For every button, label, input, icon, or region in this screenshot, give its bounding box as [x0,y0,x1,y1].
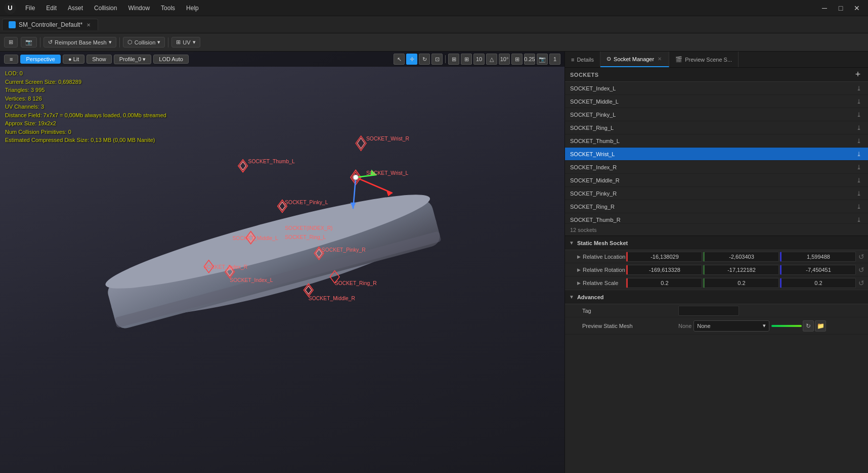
lod-button[interactable]: LOD Auto [153,55,189,64]
grid-size-button[interactable]: 10 [473,54,485,65]
socket-name-ring-l: SOCKET_Ring_L [570,125,614,131]
minimize-button[interactable]: ─ [817,3,832,14]
reimport-button[interactable]: ↺ Reimport Base Mesh ▾ [44,37,116,48]
menu-tools[interactable]: Tools [156,4,180,13]
socket-import-icon-4[interactable]: ⤓ [855,137,863,145]
camera-button[interactable]: 📷 [21,37,37,48]
tag-row: Tag [565,304,868,317]
uv-label: UV [183,39,190,45]
camera-speed-button[interactable]: 📷 [537,54,548,65]
svg-text:SOCKET_Middle_L: SOCKET_Middle_L [232,235,278,241]
uv-icon: ⊞ [176,39,181,45]
tab-preview-scene[interactable]: 🎬 Preview Scene S... [669,52,739,67]
socket-import-icon-10[interactable]: ⤓ [855,216,863,224]
relative-scale-x-input[interactable] [626,278,702,288]
show-button[interactable]: Show [86,55,112,64]
lit-label: Lit [73,56,79,62]
menu-collision[interactable]: Collision [89,4,122,13]
socket-item-middle-r[interactable]: SOCKET_Middle_R ⤓ [565,174,868,187]
main-tab[interactable]: SM_Controller_Default* ✕ [2,19,98,30]
viewport-mode-button[interactable]: ≡ [4,55,18,64]
angle-snap-button[interactable]: △ [486,54,497,65]
maximize-button[interactable]: □ [834,3,848,14]
grid-snap-button[interactable]: ⊞ [461,54,472,65]
static-mesh-socket-header[interactable]: ▼ Static Mesh Socket [565,236,868,250]
relative-rotation-reset-button[interactable]: ↺ [857,265,866,274]
titlebar-left: U File Edit Asset Collision Window Tools… [4,2,204,14]
layout-button[interactable]: ⊞ [4,37,18,48]
menu-asset[interactable]: Asset [63,4,88,13]
scale-value-button[interactable]: 0.25 [524,54,535,65]
scale-tool-button[interactable]: ⊡ [431,54,443,65]
socket-item-wrist-l[interactable]: SOCKET_Wrist_L ⤓ [565,148,868,161]
relative-rotation-y-input[interactable] [703,265,779,275]
collision-button[interactable]: ⬡ Collision ▾ [123,37,165,48]
relative-rotation-z-input[interactable] [780,265,856,275]
perspective-button[interactable]: Perspective [20,55,60,64]
details-icon: ≡ [571,57,574,63]
relative-location-reset-button[interactable]: ↺ [857,252,866,261]
socket-import-icon-9[interactable]: ⤓ [855,203,863,211]
tab-socket-manager-close[interactable]: ✕ [657,56,663,62]
preview-dropdown[interactable]: None ▾ [693,320,769,332]
scale-snap-button[interactable]: ⊞ [511,54,523,65]
move-tool-button[interactable]: ✛ [406,54,417,65]
svg-text:SOCKET_Pinky_L: SOCKET_Pinky_L [285,200,328,205]
tab-close-button[interactable]: ✕ [85,22,92,28]
preview-refresh-button[interactable]: ↻ [803,320,814,332]
profile-dropdown-icon: ▾ [143,56,146,62]
profile-button[interactable]: Profile_0 ▾ [114,55,151,64]
socket-item-pinky-l[interactable]: SOCKET_Pinky_L ⤓ [565,108,868,121]
collision-dropdown-icon: ▾ [157,39,160,45]
socket-import-icon-8[interactable]: ⤓ [855,190,863,198]
socket-import-icon-5[interactable]: ⤓ [855,150,863,158]
socket-import-icon-1[interactable]: ⤓ [855,98,863,106]
socket-item-thumb-r[interactable]: SOCKET_Thumb_R ⤓ [565,213,868,223]
svg-marker-16 [240,162,246,170]
viewport[interactable]: ≡ Perspective ● Lit Show Profile_0 ▾ LOD… [0,52,565,473]
camera-value-button[interactable]: 1 [549,54,560,65]
relative-scale-z-input[interactable] [780,278,856,288]
relative-scale-expand[interactable]: ▶ [577,280,581,286]
uv-button[interactable]: ⊞ UV ▾ [171,37,200,48]
relative-location-z-input[interactable] [780,252,856,262]
socket-import-icon-6[interactable]: ⤓ [855,163,863,171]
menu-edit[interactable]: Edit [41,4,62,13]
relative-rotation-x-input[interactable] [626,265,702,275]
socket-item-pinky-r[interactable]: SOCKET_Pinky_R ⤓ [565,187,868,200]
menu-window[interactable]: Window [123,4,155,13]
advanced-header[interactable]: ▼ Advanced [565,290,868,304]
add-socket-button[interactable]: + [853,70,863,80]
close-button[interactable]: ✕ [850,3,864,14]
socket-import-icon-2[interactable]: ⤓ [855,111,863,119]
socket-item-index-l[interactable]: SOCKET_Index_L ⤓ [565,82,868,95]
svg-line-10 [356,175,376,177]
preview-browse-button[interactable]: 📁 [815,320,826,332]
scale-value-label: 0.25 [524,56,535,62]
right-panel: ≡ Details ⊙ Socket Manager ✕ 🎬 Preview S… [565,52,868,473]
relative-rotation-expand[interactable]: ▶ [577,267,581,272]
tab-socket-manager[interactable]: ⊙ Socket Manager ✕ [600,52,669,67]
socket-item-index-r[interactable]: SOCKET_Index_R ⤓ [565,161,868,174]
socket-item-ring-r[interactable]: SOCKET_Ring_R ⤓ [565,200,868,213]
select-tool-button[interactable]: ↖ [394,54,405,65]
tab-details[interactable]: ≡ Details [565,52,600,67]
surface-snapping-button[interactable]: ⊞ [448,54,459,65]
relative-location-x-input[interactable] [626,252,702,262]
relative-location-expand[interactable]: ▶ [577,254,581,259]
menu-help[interactable]: Help [181,4,204,13]
menu-file[interactable]: File [20,4,40,13]
relative-location-y-input[interactable] [703,252,779,262]
socket-item-ring-l[interactable]: SOCKET_Ring_L ⤓ [565,121,868,134]
socket-import-icon-3[interactable]: ⤓ [855,124,863,132]
socket-item-thumb-l[interactable]: SOCKET_Thumb_L ⤓ [565,134,868,148]
relative-scale-y-input[interactable] [703,278,779,288]
socket-item-middle-l[interactable]: SOCKET_Middle_L ⤓ [565,95,868,108]
lit-button[interactable]: ● Lit [63,55,84,64]
relative-scale-reset-button[interactable]: ↺ [857,278,866,288]
socket-import-icon-0[interactable]: ⤓ [855,84,863,92]
tag-input[interactable] [678,306,739,316]
angle-value-button[interactable]: 10° [499,54,510,65]
socket-import-icon-7[interactable]: ⤓ [855,176,863,184]
rotate-tool-button[interactable]: ↻ [419,54,430,65]
